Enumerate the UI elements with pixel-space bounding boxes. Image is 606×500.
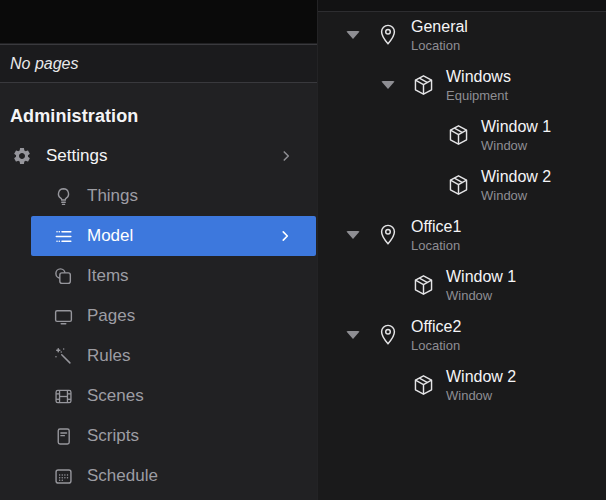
tree-item-label: Office2 [411, 317, 461, 336]
sidebar-item-label: Pages [87, 306, 135, 326]
equipment-cube-icon [446, 172, 470, 198]
tree-item-window1[interactable]: Window 1 Window [318, 110, 606, 160]
sidebar-item-schedule[interactable]: Schedule [0, 456, 317, 496]
tree-item-label: Window 1 [481, 117, 551, 136]
tree-item-label: Window 2 [481, 167, 551, 186]
sidebar-item-pages[interactable]: Pages [0, 296, 317, 336]
sidebar-item-scripts[interactable]: Scripts [0, 416, 317, 456]
scripts-document-icon [52, 425, 74, 447]
tree-item-label: Window 2 [446, 367, 516, 386]
equipment-cube-icon [411, 272, 435, 298]
tree-item-type: Location [411, 238, 461, 253]
collapse-triangle-icon[interactable] [345, 330, 361, 340]
sidebar-item-label: Scripts [87, 426, 139, 446]
chevron-right-icon [278, 229, 292, 243]
gear-icon [11, 145, 33, 167]
location-pin-icon [376, 22, 400, 48]
sidebar-item-label: Scenes [87, 386, 144, 406]
sidebar-item-label: Items [87, 266, 129, 286]
sidebar-item-label: Settings [46, 146, 107, 166]
sidebar-item-label: Schedule [87, 466, 158, 486]
sidebar-item-model[interactable]: Model [31, 216, 316, 256]
tree-item-label: Window 1 [446, 267, 516, 286]
triangle-placeholder [380, 380, 396, 390]
items-shapes-icon [52, 265, 74, 287]
sidebar-item-label: Model [87, 226, 133, 246]
equipment-cube-icon [411, 72, 435, 98]
administration-section-title: Administration [10, 106, 138, 127]
tree-item-office1-window1[interactable]: Window 1 Window [318, 260, 606, 310]
no-pages-placeholder: No pages [0, 44, 317, 83]
lightbulb-icon [52, 185, 74, 207]
tree-item-type: Equipment [446, 88, 511, 103]
tree-item-label: Office1 [411, 217, 461, 236]
tree-item-window2[interactable]: Window 2 Window [318, 160, 606, 210]
sidebar-top-header [0, 0, 317, 43]
sidebar-item-label: Things [87, 186, 138, 206]
tree-item-office2[interactable]: Office2 Location [318, 310, 606, 360]
model-tree-panel: General Location Windows Equipment Windo… [317, 0, 606, 500]
equipment-cube-icon [446, 122, 470, 148]
scenes-film-icon [52, 385, 74, 407]
location-pin-icon [376, 322, 400, 348]
tree-item-type: Window [446, 288, 516, 303]
equipment-cube-icon [411, 372, 435, 398]
sidebar-item-rules[interactable]: Rules [0, 336, 317, 376]
tree-item-type: Location [411, 338, 461, 353]
pages-display-icon [52, 305, 74, 327]
tree-item-type: Window [446, 388, 516, 403]
collapse-triangle-icon[interactable] [345, 30, 361, 40]
tree-item-office2-window2[interactable]: Window 2 Window [318, 360, 606, 410]
admin-sidebar: No pages Administration Settings Things [0, 0, 317, 500]
rules-wand-icon [52, 345, 74, 367]
tree-item-type: Window [481, 188, 551, 203]
chevron-right-icon [279, 149, 293, 163]
tree-item-label: General [411, 17, 468, 36]
sidebar-item-settings[interactable]: Settings [0, 136, 317, 176]
triangle-placeholder [415, 180, 431, 190]
tree-item-general[interactable]: General Location [318, 10, 606, 60]
tree-item-type: Window [481, 138, 551, 153]
collapse-triangle-icon[interactable] [380, 80, 396, 90]
tree-item-windows[interactable]: Windows Equipment [318, 60, 606, 110]
model-outline-icon [52, 225, 74, 247]
triangle-placeholder [415, 130, 431, 140]
tree-item-label: Windows [446, 67, 511, 86]
triangle-placeholder [380, 280, 396, 290]
tree-item-office1[interactable]: Office1 Location [318, 210, 606, 260]
schedule-calendar-icon [52, 465, 74, 487]
sidebar-item-label: Rules [87, 346, 130, 366]
location-pin-icon [376, 222, 400, 248]
no-pages-label: No pages [10, 55, 79, 73]
tree-item-type: Location [411, 38, 468, 53]
sidebar-item-scenes[interactable]: Scenes [0, 376, 317, 416]
collapse-triangle-icon[interactable] [345, 230, 361, 240]
sidebar-item-items[interactable]: Items [0, 256, 317, 296]
sidebar-item-things[interactable]: Things [0, 176, 317, 216]
